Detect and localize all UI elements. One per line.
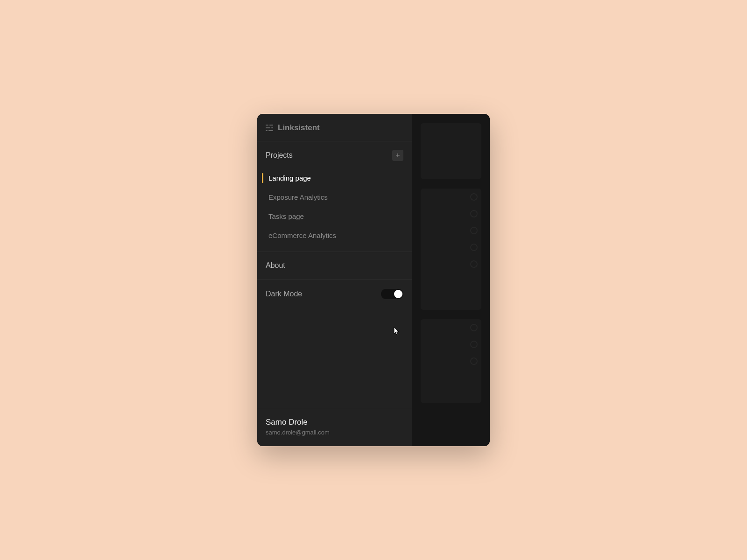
content-card <box>421 189 481 310</box>
project-list: Landing page Exposure Analytics Tasks pa… <box>257 168 412 252</box>
ghost-action-icon <box>470 193 478 201</box>
project-item-label: Exposure Analytics <box>268 193 328 201</box>
project-item-exposure-analytics[interactable]: Exposure Analytics <box>257 188 412 207</box>
sidebar: Linksistent Projects + Landing page Expo… <box>257 114 412 446</box>
sidebar-header: Linksistent <box>257 114 412 141</box>
app-logo-icon <box>266 125 273 131</box>
project-item-label: Tasks page <box>268 212 304 220</box>
user-name: Samo Drole <box>266 418 403 427</box>
dark-mode-section: Dark Mode <box>257 280 412 308</box>
ghost-action-icon <box>470 210 478 217</box>
user-email: samo.drole@gmail.com <box>266 429 403 436</box>
project-item-tasks-page[interactable]: Tasks page <box>257 207 412 226</box>
ghost-icon-list <box>421 189 481 273</box>
app-name: Linksistent <box>278 123 320 133</box>
ghost-action-icon <box>470 227 478 234</box>
ghost-icon-list <box>421 319 481 370</box>
ghost-action-icon <box>470 244 478 251</box>
user-section[interactable]: Samo Drole samo.drole@gmail.com <box>257 409 412 446</box>
about-section[interactable]: About <box>257 252 412 280</box>
dark-mode-toggle[interactable] <box>381 289 403 299</box>
ghost-action-icon <box>470 341 478 348</box>
about-label: About <box>266 261 403 270</box>
project-item-label: eCommerce Analytics <box>268 231 336 239</box>
main-pane <box>412 114 490 446</box>
projects-label: Projects <box>266 151 293 160</box>
project-item-label: Landing page <box>268 174 311 182</box>
app-window: Linksistent Projects + Landing page Expo… <box>257 114 490 446</box>
plus-icon: + <box>395 151 400 160</box>
ghost-action-icon <box>470 324 478 331</box>
sidebar-spacer <box>257 308 412 409</box>
dark-mode-label: Dark Mode <box>266 290 302 298</box>
ghost-action-icon <box>470 260 478 268</box>
ghost-action-icon <box>470 357 478 365</box>
content-card <box>421 319 481 403</box>
add-project-button[interactable]: + <box>392 150 403 161</box>
project-item-landing-page[interactable]: Landing page <box>257 168 412 188</box>
project-item-ecommerce-analytics[interactable]: eCommerce Analytics <box>257 226 412 245</box>
projects-section-header: Projects + <box>257 141 412 168</box>
toggle-knob <box>394 290 402 298</box>
main-content <box>412 114 490 446</box>
content-card <box>421 123 481 179</box>
